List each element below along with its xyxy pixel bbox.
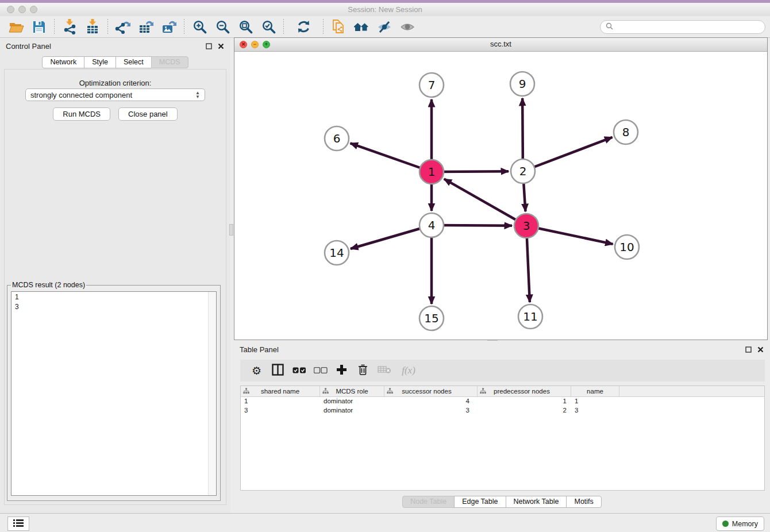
table-cell[interactable]: 3 [384, 406, 478, 415]
table-cell[interactable]: dominator [320, 406, 384, 415]
save-session-button[interactable] [28, 18, 51, 36]
home-layout-button[interactable] [350, 18, 373, 36]
zoom-out-button[interactable] [211, 18, 234, 36]
hierarchy-icon [322, 388, 329, 395]
maximize-view-button[interactable]: + [263, 41, 270, 48]
delete-column-button[interactable] [352, 362, 374, 379]
tab-network-table[interactable]: Network Table [506, 496, 567, 508]
tab-node-table[interactable]: Node Table [402, 496, 455, 508]
tab-style[interactable]: Style [84, 56, 116, 68]
table-cell[interactable]: 1 [478, 397, 571, 406]
save-floppy-icon [32, 20, 46, 34]
create-column-button[interactable] [331, 362, 352, 379]
task-history-button[interactable] [7, 516, 29, 531]
zoom-fit-button[interactable] [234, 18, 257, 36]
mcds-result-item[interactable]: 3 [15, 302, 216, 312]
criterion-select[interactable]: strongly connected component ▲▼ [25, 88, 205, 101]
network-window-titlebar[interactable]: ✕ − + scc.txt [234, 38, 767, 52]
import-network-icon [62, 19, 77, 34]
table-cell[interactable]: 2 [478, 406, 571, 415]
graph-edge-1-6[interactable] [351, 143, 432, 172]
hierarchy-icon [480, 388, 486, 395]
close-panel-icon[interactable] [217, 43, 225, 50]
column-header-shared-name[interactable]: shared name [241, 386, 320, 396]
float-panel-icon[interactable] [205, 43, 213, 50]
eye-icon [400, 20, 415, 34]
table-settings-button[interactable]: ⚙ [246, 362, 267, 379]
scrollbar-track[interactable] [208, 292, 216, 495]
close-window-button[interactable] [7, 6, 14, 13]
select-all-columns-button[interactable] [288, 362, 310, 379]
graph-node-label: 10 [619, 240, 634, 254]
show-all-button[interactable] [396, 18, 419, 36]
table-cell[interactable]: dominator [320, 397, 384, 406]
zoom-selected-button[interactable] [257, 18, 280, 36]
mcds-result-list[interactable]: 13 [11, 291, 217, 496]
node-table: shared name MCDS role successor nodes pr… [240, 385, 765, 491]
zoom-window-button[interactable] [30, 6, 37, 13]
minimize-view-button[interactable]: − [251, 41, 259, 48]
search-input[interactable] [617, 22, 760, 32]
table-body: 1dominator4113dominator323 [241, 397, 764, 415]
import-network-button[interactable] [58, 18, 81, 36]
mcds-panel: Optimization criterion: strongly connect… [4, 69, 226, 505]
memory-status-icon [722, 521, 729, 527]
table-cell[interactable]: 4 [384, 397, 478, 406]
hierarchy-icon [243, 388, 249, 395]
status-bar: Memory [0, 513, 770, 532]
hide-selected-button[interactable] [373, 18, 396, 36]
tab-mcds[interactable]: MCDS [151, 56, 188, 68]
control-panel-header: Control Panel [0, 38, 230, 53]
table-cell[interactable]: 3 [241, 406, 320, 415]
run-mcds-button[interactable]: Run MCDS [53, 107, 110, 121]
tab-motifs[interactable]: Motifs [566, 496, 601, 508]
mcds-result-item[interactable]: 1 [15, 292, 216, 302]
toolbar-separator [54, 19, 55, 35]
column-header-successor-nodes[interactable]: successor nodes [384, 386, 478, 396]
refresh-button[interactable] [287, 18, 319, 36]
graph-node-label: 2 [519, 164, 527, 178]
table-toolbar: ⚙ [240, 360, 765, 381]
float-panel-icon[interactable] [745, 346, 752, 353]
export-network-button[interactable] [111, 18, 134, 36]
table-cell[interactable]: 3 [571, 406, 619, 415]
graph-edge-3-10[interactable] [526, 226, 613, 244]
close-view-button[interactable]: ✕ [240, 41, 247, 48]
column-header-predecessor-nodes[interactable]: predecessor nodes [478, 386, 571, 396]
memory-button[interactable]: Memory [716, 516, 764, 531]
graph-edge-3-1[interactable] [444, 179, 526, 226]
unchecked-boxes-icon [314, 365, 328, 376]
open-file-button[interactable] [5, 18, 28, 36]
export-table-button[interactable] [134, 18, 157, 36]
close-panel-button[interactable]: Close panel [118, 107, 178, 121]
graph-edge-2-8[interactable] [523, 137, 613, 171]
gear-icon: ⚙ [252, 364, 261, 377]
function-icon: f(x) [402, 365, 415, 376]
zoom-in-button[interactable] [188, 18, 211, 36]
vertical-splitter-handle[interactable] [229, 224, 233, 236]
tab-network[interactable]: Network [42, 56, 84, 68]
minimize-window-button[interactable] [18, 6, 26, 13]
toolbar-separator [184, 19, 184, 35]
network-graph-canvas[interactable]: 1234678910111415 [234, 52, 767, 340]
control-panel-tabstrip: Network Style Select MCDS [0, 56, 230, 68]
tab-edge-table[interactable]: Edge Table [454, 496, 506, 508]
tab-select[interactable]: Select [116, 56, 152, 68]
network-file-button[interactable] [327, 18, 350, 36]
table-row[interactable]: 1dominator411 [241, 397, 764, 406]
column-header-name[interactable]: name [571, 386, 619, 396]
column-header-mcds-role[interactable]: MCDS role [320, 386, 384, 396]
select-stepper-icon: ▲▼ [195, 91, 200, 99]
search-box[interactable] [600, 20, 765, 34]
import-table-button[interactable] [81, 18, 104, 36]
close-panel-icon[interactable] [757, 346, 764, 353]
toolbar-separator [323, 19, 324, 35]
deselect-all-columns-button[interactable] [310, 362, 331, 379]
split-columns-button[interactable] [267, 362, 288, 379]
table-cell[interactable]: 1 [241, 397, 320, 406]
export-image-button[interactable] [157, 18, 180, 36]
table-cell[interactable]: 1 [571, 397, 619, 406]
control-panel: Control Panel Network Style Select MCDS … [0, 38, 230, 513]
table-row[interactable]: 3dominator323 [241, 406, 764, 415]
graph-node-label: 15 [424, 311, 438, 325]
